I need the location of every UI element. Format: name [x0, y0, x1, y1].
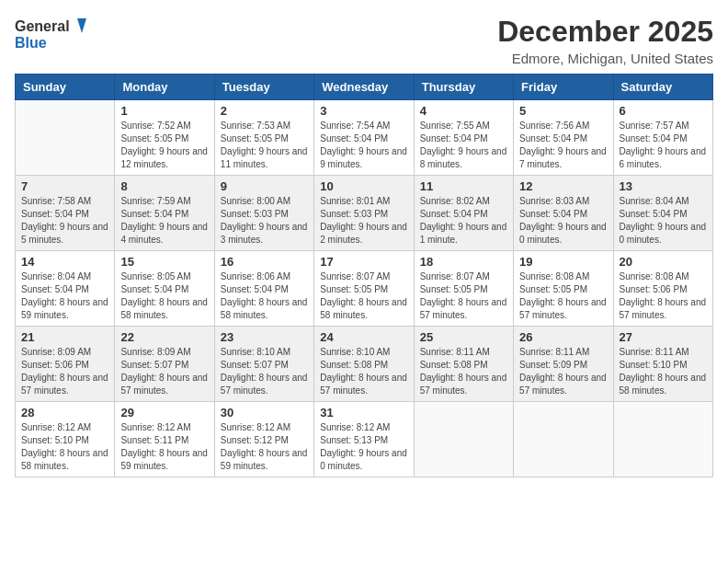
day-info: Sunrise: 7:58 AMSunset: 5:04 PMDaylight:… — [21, 195, 108, 247]
page-header: GeneralBlue December 2025 Edmore, Michig… — [15, 15, 713, 66]
weekday-header-saturday: Saturday — [613, 75, 712, 100]
day-number: 18 — [420, 255, 507, 269]
day-number: 28 — [21, 406, 108, 419]
calendar-cell: 3Sunrise: 7:54 AMSunset: 5:04 PMDaylight… — [314, 100, 414, 176]
calendar-cell: 4Sunrise: 7:55 AMSunset: 5:04 PMDaylight… — [414, 100, 513, 176]
day-number: 5 — [519, 104, 607, 118]
day-info: Sunrise: 8:12 AMSunset: 5:10 PMDaylight:… — [21, 421, 108, 473]
day-info: Sunrise: 8:07 AMSunset: 5:05 PMDaylight:… — [420, 270, 507, 322]
calendar-cell: 18Sunrise: 8:07 AMSunset: 5:05 PMDayligh… — [414, 251, 513, 327]
day-info: Sunrise: 7:52 AMSunset: 5:05 PMDaylight:… — [120, 120, 208, 171]
calendar-cell: 30Sunrise: 8:12 AMSunset: 5:12 PMDayligh… — [214, 402, 313, 477]
calendar-cell: 1Sunrise: 7:52 AMSunset: 5:05 PMDaylight… — [115, 100, 214, 176]
day-number: 23 — [221, 330, 308, 344]
calendar-cell: 9Sunrise: 8:00 AMSunset: 5:03 PMDaylight… — [214, 176, 313, 251]
day-info: Sunrise: 8:07 AMSunset: 5:05 PMDaylight:… — [320, 270, 407, 322]
logo-area: GeneralBlue — [15, 15, 88, 52]
weekday-row: SundayMondayTuesdayWednesdayThursdayFrid… — [16, 75, 713, 100]
day-info: Sunrise: 8:04 AMSunset: 5:04 PMDaylight:… — [620, 195, 707, 247]
calendar-cell: 16Sunrise: 8:06 AMSunset: 5:04 PMDayligh… — [214, 251, 313, 327]
day-number: 4 — [420, 104, 507, 118]
calendar-cell: 12Sunrise: 8:03 AMSunset: 5:04 PMDayligh… — [514, 176, 613, 251]
day-info: Sunrise: 8:12 AMSunset: 5:13 PMDaylight:… — [320, 421, 407, 473]
day-info: Sunrise: 8:10 AMSunset: 5:07 PMDaylight:… — [221, 346, 308, 397]
calendar-cell: 11Sunrise: 8:02 AMSunset: 5:04 PMDayligh… — [414, 176, 513, 251]
calendar-body: 1Sunrise: 7:52 AMSunset: 5:05 PMDaylight… — [16, 100, 713, 477]
calendar-week-row: 28Sunrise: 8:12 AMSunset: 5:10 PMDayligh… — [16, 402, 713, 477]
svg-text:Blue: Blue — [15, 35, 47, 51]
calendar-cell: 8Sunrise: 7:59 AMSunset: 5:04 PMDaylight… — [115, 176, 214, 251]
title-area: December 2025 Edmore, Michigan, United S… — [497, 15, 713, 66]
calendar-cell — [414, 402, 513, 477]
day-number: 31 — [320, 406, 407, 419]
calendar-cell: 29Sunrise: 8:12 AMSunset: 5:11 PMDayligh… — [115, 402, 214, 477]
month-title: December 2025 — [497, 15, 713, 49]
calendar-cell — [514, 402, 613, 477]
day-info: Sunrise: 8:09 AMSunset: 5:07 PMDaylight:… — [120, 346, 208, 397]
calendar-cell: 28Sunrise: 8:12 AMSunset: 5:10 PMDayligh… — [16, 402, 115, 477]
calendar-cell: 25Sunrise: 8:11 AMSunset: 5:08 PMDayligh… — [414, 327, 513, 402]
day-number: 21 — [21, 330, 108, 344]
day-number: 6 — [620, 104, 707, 118]
calendar-cell: 31Sunrise: 8:12 AMSunset: 5:13 PMDayligh… — [314, 402, 414, 477]
day-info: Sunrise: 8:08 AMSunset: 5:06 PMDaylight:… — [620, 270, 707, 322]
weekday-header-wednesday: Wednesday — [314, 75, 414, 100]
day-info: Sunrise: 8:02 AMSunset: 5:04 PMDaylight:… — [420, 195, 507, 247]
calendar-cell: 14Sunrise: 8:04 AMSunset: 5:04 PMDayligh… — [16, 251, 115, 327]
calendar-cell — [613, 402, 712, 477]
day-number: 29 — [120, 406, 208, 419]
calendar-cell: 22Sunrise: 8:09 AMSunset: 5:07 PMDayligh… — [115, 327, 214, 402]
calendar-cell: 27Sunrise: 8:11 AMSunset: 5:10 PMDayligh… — [613, 327, 712, 402]
calendar-cell: 20Sunrise: 8:08 AMSunset: 5:06 PMDayligh… — [613, 251, 712, 327]
day-info: Sunrise: 7:53 AMSunset: 5:05 PMDaylight:… — [221, 120, 308, 171]
calendar-week-row: 21Sunrise: 8:09 AMSunset: 5:06 PMDayligh… — [16, 327, 713, 402]
day-info: Sunrise: 8:05 AMSunset: 5:04 PMDaylight:… — [120, 270, 208, 322]
logo-svg: GeneralBlue — [15, 15, 88, 52]
day-number: 27 — [620, 330, 707, 344]
calendar-cell: 19Sunrise: 8:08 AMSunset: 5:05 PMDayligh… — [514, 251, 613, 327]
day-number: 7 — [21, 179, 108, 193]
day-info: Sunrise: 7:54 AMSunset: 5:04 PMDaylight:… — [320, 120, 407, 171]
day-number: 25 — [420, 330, 507, 344]
day-info: Sunrise: 8:11 AMSunset: 5:08 PMDaylight:… — [420, 346, 507, 397]
calendar-week-row: 7Sunrise: 7:58 AMSunset: 5:04 PMDaylight… — [16, 176, 713, 251]
day-info: Sunrise: 7:57 AMSunset: 5:04 PMDaylight:… — [620, 120, 707, 171]
calendar-cell: 15Sunrise: 8:05 AMSunset: 5:04 PMDayligh… — [115, 251, 214, 327]
weekday-header-monday: Monday — [115, 75, 214, 100]
day-number: 10 — [320, 179, 407, 193]
day-number: 24 — [320, 330, 407, 344]
day-number: 3 — [320, 104, 407, 118]
day-info: Sunrise: 8:06 AMSunset: 5:04 PMDaylight:… — [221, 270, 308, 322]
calendar-cell: 17Sunrise: 8:07 AMSunset: 5:05 PMDayligh… — [314, 251, 414, 327]
day-info: Sunrise: 8:09 AMSunset: 5:06 PMDaylight:… — [21, 346, 108, 397]
day-info: Sunrise: 7:55 AMSunset: 5:04 PMDaylight:… — [420, 120, 507, 171]
day-number: 17 — [320, 255, 407, 269]
day-number: 9 — [221, 179, 308, 193]
day-info: Sunrise: 8:08 AMSunset: 5:05 PMDaylight:… — [519, 270, 607, 322]
calendar-cell: 6Sunrise: 7:57 AMSunset: 5:04 PMDaylight… — [613, 100, 712, 176]
day-info: Sunrise: 8:11 AMSunset: 5:09 PMDaylight:… — [519, 346, 607, 397]
weekday-header-tuesday: Tuesday — [214, 75, 313, 100]
svg-marker-2 — [77, 18, 86, 33]
day-number: 13 — [620, 179, 707, 193]
day-number: 26 — [519, 330, 607, 344]
weekday-header-sunday: Sunday — [16, 75, 115, 100]
day-info: Sunrise: 8:01 AMSunset: 5:03 PMDaylight:… — [320, 195, 407, 247]
day-info: Sunrise: 7:56 AMSunset: 5:04 PMDaylight:… — [519, 120, 607, 171]
calendar-cell: 2Sunrise: 7:53 AMSunset: 5:05 PMDaylight… — [214, 100, 313, 176]
day-info: Sunrise: 8:04 AMSunset: 5:04 PMDaylight:… — [21, 270, 108, 322]
day-number: 20 — [620, 255, 707, 269]
day-number: 22 — [120, 330, 208, 344]
calendar-cell: 24Sunrise: 8:10 AMSunset: 5:08 PMDayligh… — [314, 327, 414, 402]
calendar-cell — [16, 100, 115, 176]
calendar-table: SundayMondayTuesdayWednesdayThursdayFrid… — [15, 74, 713, 477]
day-info: Sunrise: 8:11 AMSunset: 5:10 PMDaylight:… — [620, 346, 707, 397]
weekday-header-friday: Friday — [514, 75, 613, 100]
day-number: 11 — [420, 179, 507, 193]
day-number: 1 — [120, 104, 208, 118]
day-number: 19 — [519, 255, 607, 269]
calendar-cell: 13Sunrise: 8:04 AMSunset: 5:04 PMDayligh… — [613, 176, 712, 251]
day-number: 30 — [221, 406, 308, 419]
calendar-cell: 7Sunrise: 7:58 AMSunset: 5:04 PMDaylight… — [16, 176, 115, 251]
day-number: 14 — [21, 255, 108, 269]
